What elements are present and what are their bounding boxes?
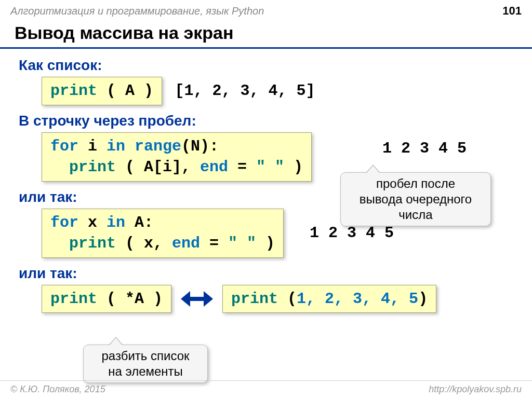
bidirectional-arrow-icon xyxy=(181,291,213,307)
output-space-1: 1 2 3 4 5 xyxy=(382,140,467,157)
code-print-star-a: print ( *A ) xyxy=(42,285,171,313)
code-print-expanded: print (1, 2, 3, 4, 5) xyxy=(222,285,436,313)
code-for-x: for x in A: print ( x, end = " " ) xyxy=(42,209,284,258)
slide-content: Как список: print ( A ) [1, 2, 3, 4, 5] … xyxy=(0,49,532,317)
slide-header: Алгоритмизация и программирование, язык … xyxy=(0,0,532,20)
heading-or-2: или так: xyxy=(19,265,517,282)
row-or-1: for x in A: print ( x, end = " " ) 1 2 3… xyxy=(19,209,517,258)
page-number: 101 xyxy=(502,4,522,18)
row-or-2: print ( *A ) print (1, 2, 3, 4, 5) xyxy=(42,285,517,313)
heading-as-list: Как список: xyxy=(19,57,517,74)
code-print-a: print ( A ) xyxy=(42,77,162,105)
heading-via-space: В строчку через пробел: xyxy=(19,113,517,129)
row-as-list: print ( A ) [1, 2, 3, 4, 5] xyxy=(19,77,517,105)
callout-split-list: разбить список на элементы xyxy=(83,345,208,383)
copyright-text: © К.Ю. Поляков, 2015 xyxy=(10,384,105,395)
slide-title: Вывод массива на экран xyxy=(0,20,532,49)
callout-text-2: разбить список на элементы xyxy=(102,349,190,378)
footer-url: http://kpolyakov.spb.ru xyxy=(429,384,522,395)
output-list: [1, 2, 3, 4, 5] xyxy=(175,82,315,100)
slide-footer: © К.Ю. Поляков, 2015 http://kpolyakov.sp… xyxy=(0,380,532,398)
output-space-2: 1 2 3 4 5 xyxy=(310,224,394,242)
code-for-range: for i in range(N): print ( A[i], end = "… xyxy=(42,132,312,182)
subject-text: Алгоритмизация и программирование, язык … xyxy=(10,5,264,17)
